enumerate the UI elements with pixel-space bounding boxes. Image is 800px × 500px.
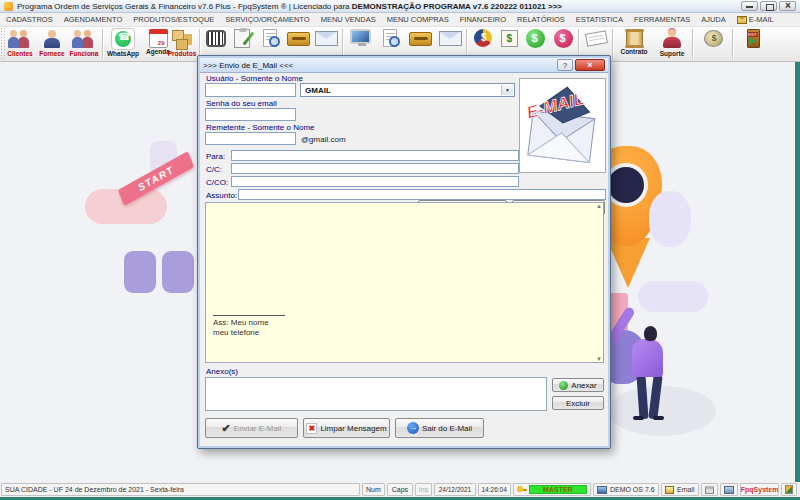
cco-input[interactable] — [231, 176, 519, 187]
status-bar: SUA CIDADE - UF 24 de Dezembro de 2021 -… — [0, 482, 800, 497]
status-num-text: Num — [366, 486, 381, 493]
menu-email[interactable]: E-MAIL — [737, 15, 774, 24]
dialog-close-button[interactable]: × — [575, 59, 605, 71]
toolbar-contrato[interactable]: Contrato — [616, 28, 652, 61]
menu-compras[interactable]: MENU COMPRAS — [387, 15, 449, 24]
assunto-input[interactable] — [238, 189, 606, 200]
decor-person-leg — [636, 375, 648, 420]
products-boxes-icon — [169, 28, 195, 50]
menu-produtos-estoque[interactable]: PRODUTOS/ESTOQUE — [133, 15, 214, 24]
decor-purple-rect — [162, 251, 194, 293]
toolbar-produtos[interactable]: Produtos — [166, 28, 198, 61]
decor-person-body — [632, 339, 663, 377]
contract-scroll-icon — [626, 29, 643, 48]
menu-vendas[interactable]: MENU VENDAS — [321, 15, 376, 24]
window-titlebar: Programa Ordem de Serviços Gerais & Fina… — [0, 0, 800, 13]
anexar-button[interactable]: Anexar — [552, 378, 604, 392]
toolbar-produtos-label: Produtos — [166, 50, 198, 57]
whatsapp-icon — [111, 28, 135, 50]
toolbar-separator — [102, 29, 103, 59]
anexos-listbox[interactable] — [205, 377, 547, 411]
toolbar-suporte[interactable]: Suporte — [654, 28, 690, 61]
status-ins: Ins — [415, 483, 433, 496]
blue-arrow-icon: → — [407, 422, 419, 434]
check-icon: ✔ — [222, 422, 231, 435]
menu-financeiro[interactable]: FINANCEIRO — [460, 15, 506, 24]
remetente-input[interactable] — [205, 132, 296, 145]
email-dialog-title: >>> Envio de E_Mail <<< — [203, 61, 293, 70]
attach-ball-icon — [559, 381, 568, 390]
sair-label: Sair do E-Mail — [422, 424, 472, 433]
senha-input[interactable] — [205, 108, 296, 121]
calendar-icon — [149, 29, 168, 48]
status-email-text: Email — [677, 486, 695, 493]
clipboard-edit-icon — [234, 29, 250, 48]
enviar-label: Enviar E-Mail — [234, 424, 282, 433]
close-button[interactable] — [779, 1, 796, 11]
toolbar-moedas[interactable] — [696, 28, 730, 61]
email-menu-icon — [737, 16, 747, 24]
provider-combobox[interactable]: GMAIL ▼ — [300, 83, 515, 97]
scroll-up-icon[interactable]: ▲ — [596, 203, 602, 209]
decor-purple-rect — [124, 251, 156, 293]
status-caps: Caps — [387, 483, 413, 496]
para-input[interactable] — [231, 150, 519, 161]
decor-teal-right-edge — [795, 62, 800, 500]
dialog-help-button[interactable]: ? — [557, 59, 573, 71]
provider-value: GMAIL — [305, 86, 331, 95]
email-dialog-titlebar[interactable]: >>> Envio de E_Mail <<< ? × — [200, 58, 608, 73]
menu-ajuda[interactable]: AJUDA — [701, 15, 726, 24]
exit-door-icon — [747, 29, 760, 48]
toolbar-whatsapp[interactable]: WhatsApp — [106, 28, 140, 61]
message-scrollbar[interactable]: ▲ ▼ — [591, 203, 603, 362]
toolbar-whatsapp-label: WhatsApp — [106, 50, 140, 57]
dollar-green-icon — [526, 29, 545, 48]
menu-servico-orcamento[interactable]: SERVIÇO/ORÇAMENTO — [225, 15, 309, 24]
status-email[interactable]: Email — [661, 483, 698, 496]
toolbar-separator — [612, 29, 613, 59]
message-textarea[interactable]: Ass: Meu nome meu telefone ▲ ▼ — [205, 202, 604, 363]
status-version: DEMO OS 7.6 — [593, 483, 659, 496]
menu-email-label: E-MAIL — [749, 15, 774, 24]
cc-input[interactable] — [231, 163, 519, 174]
usuario-input[interactable] — [205, 83, 296, 97]
cco-label: C/CO: — [206, 178, 228, 187]
app-logo-icon — [4, 2, 13, 11]
cc-label: C/C: — [206, 165, 222, 174]
status-version-text: DEMO OS 7.6 — [610, 486, 655, 493]
window-title-bold: DEMONSTRAÇÃO PROGRAMA v7.6 220222 011021… — [352, 2, 562, 11]
employees-icon — [71, 28, 97, 50]
minimize-button[interactable] — [741, 1, 758, 11]
status-printer[interactable] — [701, 483, 719, 496]
toolbar-funcionarios[interactable]: Funciona — [68, 28, 100, 61]
status-user: MASTER — [513, 483, 591, 496]
chevron-down-icon[interactable]: ▼ — [501, 85, 513, 95]
status-location-date: SUA CIDADE - UF 24 de Dezembro de 2021 -… — [1, 483, 360, 496]
toolbar-clientes[interactable]: Clientes — [4, 28, 36, 61]
decor-start-text: START — [136, 164, 176, 193]
status-user-text: MASTER — [543, 486, 573, 493]
status-monitor[interactable] — [720, 483, 738, 496]
excluir-button[interactable]: Excluir — [552, 396, 604, 410]
menu-estatistica[interactable]: ESTATISTICA — [576, 15, 623, 24]
remetente-label: Remetente - Somente o Nome — [206, 123, 315, 132]
status-brand: FpqSystem — [740, 483, 779, 496]
toolbar-clientes-label: Clientes — [4, 50, 36, 57]
status-caps-text: Caps — [392, 486, 408, 493]
menu-ferramentas[interactable]: FERRAMENTAS — [634, 15, 690, 24]
limpar-mensagem-button[interactable]: ✖Limpar Mensagem — [303, 418, 390, 438]
menu-relatorios[interactable]: RELATÓRIOS — [517, 15, 565, 24]
sair-email-button[interactable]: →Sair do E-Mail — [395, 418, 484, 438]
toolbar-funciona-label: Funciona — [68, 50, 100, 57]
menu-cadastros[interactable]: CADASTROS — [6, 15, 53, 24]
toolbar-fornecedores[interactable]: Fornece — [36, 28, 68, 61]
scroll-down-icon[interactable]: ▼ — [596, 356, 602, 362]
toolbar-sair[interactable] — [736, 28, 770, 61]
menu-agendamento[interactable]: AGENDAMENTO — [64, 15, 123, 24]
email-envelope-illustration: E-MAIL — [520, 79, 605, 172]
status-user-badge: MASTER — [529, 485, 587, 494]
signature-line2: meu telefone — [213, 328, 285, 338]
printer-icon — [705, 486, 715, 494]
maximize-button[interactable] — [760, 1, 777, 11]
enviar-email-button[interactable]: ✔Enviar E-Mail — [205, 418, 298, 438]
